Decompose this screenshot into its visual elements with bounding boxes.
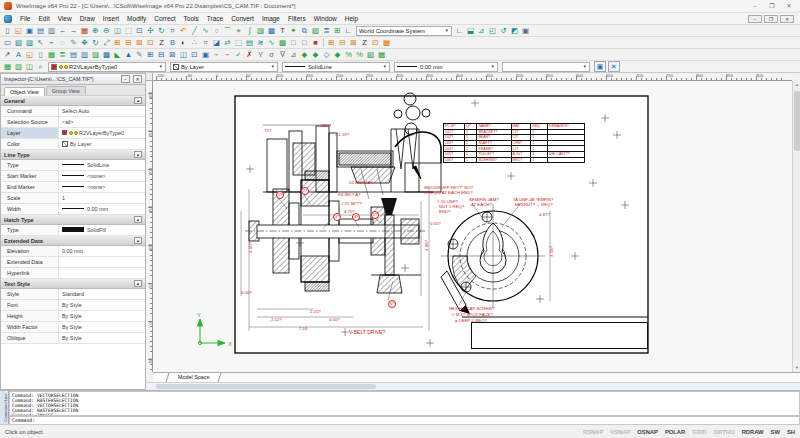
img-lines-icon[interactable]: ≣ [57, 49, 68, 60]
select-raster-icon[interactable]: ▧ [13, 37, 24, 48]
property-value[interactable]: <none> [59, 171, 145, 181]
doc-restore-button[interactable]: ❐ [764, 15, 778, 23]
tab-model-space[interactable]: Model Space [166, 373, 222, 382]
property-row[interactable]: Start Marker<none> [1, 171, 145, 182]
cal2-icon[interactable]: ⊟ [156, 49, 167, 60]
menu-file[interactable]: File [16, 14, 34, 23]
insert-image-icon[interactable]: ▦ [2, 61, 13, 72]
spline-icon[interactable]: ∫ [244, 25, 255, 36]
vec2-icon[interactable]: ✗ [244, 49, 255, 60]
inspector-minimize-button[interactable]: – [121, 75, 130, 83]
pencil2-icon[interactable]: ✎ [134, 49, 145, 60]
pct2-icon[interactable]: % [354, 49, 365, 60]
toggle-sh[interactable]: SH [787, 429, 795, 435]
copy-image-icon[interactable]: ◫ [24, 61, 35, 72]
property-row[interactable]: Selection Source<all> [1, 117, 145, 128]
r2v1-icon[interactable]: ⊞ [326, 37, 337, 48]
property-row[interactable]: Hyperlink [1, 268, 145, 279]
save-icon[interactable]: ▣ [24, 25, 35, 36]
tab-object-view[interactable]: Object View [4, 87, 45, 96]
wand1-icon[interactable]: ⌁ [211, 49, 222, 60]
menu-view[interactable]: View [54, 14, 76, 23]
property-row[interactable]: HeightBy Style [1, 311, 145, 322]
page-icon[interactable]: ▯ [35, 49, 46, 60]
menu-help[interactable]: Help [341, 14, 362, 23]
tab-group-view[interactable]: Group View [46, 86, 86, 95]
r2v4-icon[interactable]: Z [359, 37, 370, 48]
brush-icon[interactable]: ✎ [68, 37, 79, 48]
empty2-icon[interactable]: □ [299, 37, 310, 48]
vscroll-thumb[interactable] [794, 91, 800, 151]
zoom-extents-icon[interactable]: ⊡ [134, 25, 145, 36]
checker-icon[interactable]: ▩ [277, 37, 288, 48]
redline-icon[interactable]: ▦ [79, 25, 90, 36]
property-row[interactable]: End Marker<none> [1, 182, 145, 193]
scroll-up-icon[interactable]: ▲ [793, 81, 800, 89]
property-row[interactable]: TypeSolidFill [1, 225, 145, 236]
img-hatch-icon[interactable]: ▨ [90, 49, 101, 60]
property-value[interactable]: SolidFill [59, 225, 145, 235]
merge-icon[interactable]: ⊠ [134, 37, 145, 48]
vec5-icon[interactable]: ∇ [277, 49, 288, 60]
zigzag-icon[interactable]: Z [156, 37, 167, 48]
back-icon[interactable]: ← [57, 25, 68, 36]
layers-icon[interactable]: ≣ [321, 25, 332, 36]
property-value[interactable]: Select Auto [59, 106, 145, 116]
line-icon[interactable]: ╱ [189, 25, 200, 36]
collapse-button[interactable]: ▲ [134, 97, 142, 104]
property-value[interactable] [59, 268, 145, 278]
rotate-icon[interactable]: ↻ [90, 37, 101, 48]
raster-icon[interactable]: ▩ [266, 25, 277, 36]
property-value[interactable]: By Layer [59, 139, 145, 149]
vec3-icon[interactable]: Y [255, 49, 266, 60]
scale-icon[interactable]: ⤢ [101, 37, 112, 48]
property-row[interactable]: FontBy Style [1, 300, 145, 311]
img-cells-icon[interactable]: ▥ [79, 49, 90, 60]
minimize-button[interactable]: – [748, 2, 762, 11]
scroll-down-icon[interactable]: ▼ [793, 364, 800, 372]
toggle-sw[interactable]: SW [771, 429, 780, 435]
property-value[interactable]: 1 [59, 193, 145, 203]
property-value[interactable]: <all> [59, 117, 145, 127]
fence-icon[interactable]: ⌁ [46, 37, 57, 48]
mask-icon[interactable]: ▤ [244, 37, 255, 48]
collapse-button[interactable]: ▲ [134, 280, 142, 287]
close-button[interactable]: ✕ [782, 2, 796, 11]
r2v6-icon[interactable]: ▦ [381, 37, 392, 48]
vec4-icon[interactable]: σ [266, 49, 277, 60]
ucs-view-icon[interactable]: ◰ [487, 25, 498, 36]
folder2-icon[interactable]: ◱ [24, 49, 35, 60]
zoom-window-icon[interactable]: ⬚ [123, 25, 134, 36]
img-grid-icon[interactable]: ▤ [68, 49, 79, 60]
property-row[interactable]: Width FactorBy Style [1, 322, 145, 333]
property-row[interactable]: Extended Data [1, 257, 145, 268]
r2v5-icon[interactable]: ⊡ [370, 37, 381, 48]
arc-icon[interactable]: ⌒ [222, 25, 233, 36]
frame-icon[interactable]: ⬚ [233, 37, 244, 48]
r2v2-icon[interactable]: ⊟ [337, 37, 348, 48]
deskew-icon[interactable]: ◪ [211, 37, 222, 48]
ucs-apply-icon[interactable]: ▣ [520, 25, 531, 36]
menu-insert[interactable]: Insert [99, 14, 123, 23]
cal5-icon[interactable]: ⊡ [189, 49, 200, 60]
menu-filters[interactable]: Filters [284, 14, 310, 23]
toggle-rsnap[interactable]: RSNAP [583, 429, 603, 435]
attach-icon[interactable]: ⊞ [332, 25, 343, 36]
menu-modify[interactable]: Modify [123, 14, 150, 23]
new-icon[interactable]: ▯ [2, 25, 13, 36]
toggle-osnap[interactable]: OSNAP [637, 429, 658, 435]
menu-tools[interactable]: Tools [180, 14, 203, 23]
menu-window[interactable]: Window [310, 14, 341, 23]
r2v3-icon[interactable]: ⊠ [348, 37, 359, 48]
node-icon[interactable]: ⌖ [233, 25, 244, 36]
book3-icon[interactable]: ◇ [321, 49, 332, 60]
style-combobox[interactable]: ▼ [502, 62, 590, 72]
tri2-icon[interactable]: ▲ [123, 49, 134, 60]
property-row[interactable]: ColorBy Layer [1, 139, 145, 150]
toggle-polar[interactable]: POLAR [665, 429, 685, 435]
wcs-combobox[interactable]: World Coordinate System ▼ [356, 26, 452, 36]
property-row[interactable]: LayerR2VLayerByType0 [1, 128, 145, 139]
collapse-button[interactable]: ▲ [134, 237, 142, 244]
property-row[interactable]: ObliqueBy Style [1, 333, 145, 344]
collapse-button[interactable]: ▲ [134, 216, 142, 223]
